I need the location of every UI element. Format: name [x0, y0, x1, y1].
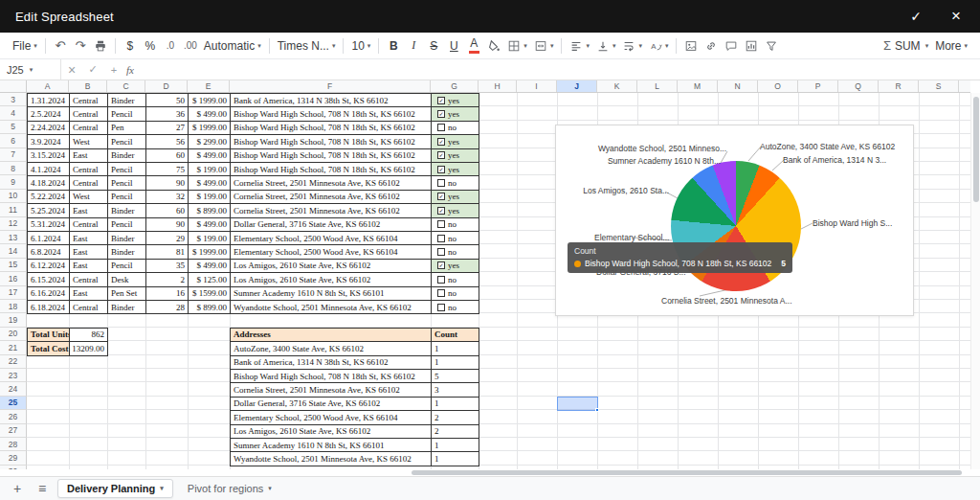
cell-C9[interactable]: Pencil	[107, 175, 146, 190]
cell-G21[interactable]: 1	[431, 341, 479, 355]
column-header-F[interactable]: F	[230, 80, 431, 92]
cell-B4[interactable]: Central	[69, 106, 108, 121]
count-header-cell[interactable]: Count	[431, 328, 479, 342]
cell-B9[interactable]: Central	[69, 175, 108, 190]
cell-A10[interactable]: 5.22.2024	[27, 190, 70, 204]
cell-A8[interactable]: 4.1.2024	[27, 162, 70, 176]
cell-F11[interactable]: Cornelia Street, 2501 Minnesota Ave, KS …	[230, 203, 432, 217]
addresses-header-cell[interactable]: Addresses	[230, 328, 432, 342]
cell-A15[interactable]: 6.12.2024	[27, 259, 70, 273]
column-header-Q[interactable]: Q	[838, 80, 879, 92]
cell-D10[interactable]: 32	[145, 190, 189, 204]
cell-F22[interactable]: Bank of America, 1314 N 38th St, KS 6610…	[230, 355, 432, 370]
cell-A11[interactable]: 5.25.2024	[27, 203, 70, 217]
checkbox-unchecked-icon[interactable]	[437, 220, 445, 228]
row-header-29[interactable]: 29	[0, 451, 27, 465]
currency-format-button[interactable]: $	[121, 35, 140, 57]
cell-B10[interactable]: West	[69, 190, 108, 204]
row-header-22[interactable]: 22	[0, 355, 27, 369]
row-header-17[interactable]: 17	[0, 286, 27, 300]
row-header-3[interactable]: 3	[0, 93, 27, 106]
row-header-12[interactable]: 12	[0, 217, 27, 231]
checkbox-checked-icon[interactable]: ✓	[437, 166, 445, 173]
cell-C6[interactable]: Pencil	[107, 134, 146, 148]
cell-C17[interactable]: Pen Set	[107, 286, 146, 301]
cell-F12[interactable]: Dollar General, 3716 State Ave, KS 66102	[230, 217, 432, 232]
cell-C4[interactable]: Pencil	[107, 106, 146, 121]
cell-E10[interactable]: $ 199.00	[188, 190, 231, 204]
cell-D16[interactable]: 2	[145, 272, 189, 286]
cell-B6[interactable]: West	[69, 134, 108, 148]
total-value-cell-B21[interactable]: $ 13209.00	[69, 341, 108, 355]
cell-B11[interactable]: East	[69, 203, 108, 217]
add-sheet-button[interactable]: +	[8, 481, 27, 496]
text-wrap-button[interactable]: ▾	[619, 35, 645, 57]
row-header-24[interactable]: 24	[0, 382, 27, 396]
cell-E15[interactable]: $ 499.00	[188, 259, 231, 273]
row-header-9[interactable]: 9	[0, 175, 27, 189]
row-header-14[interactable]: 14	[0, 244, 27, 258]
text-rotation-button[interactable]: A▾	[646, 35, 672, 57]
cell-C10[interactable]: Pencil	[107, 190, 146, 204]
cell-G27[interactable]: 2	[431, 424, 479, 439]
checkbox-unchecked-icon[interactable]	[437, 289, 445, 297]
cell-D7[interactable]: 60	[145, 148, 189, 163]
checkbox-checked-icon[interactable]: ✓	[437, 193, 445, 200]
print-button[interactable]	[91, 35, 110, 57]
more-menu-button[interactable]: More▾	[932, 35, 970, 57]
cell-A9[interactable]: 4.18.2024	[27, 175, 70, 190]
cell-D18[interactable]: 28	[145, 300, 189, 314]
checkbox-checked-icon[interactable]: ✓	[437, 138, 445, 146]
cell-C5[interactable]: Pen	[107, 121, 146, 135]
cell-C11[interactable]: Binder	[107, 203, 146, 217]
tab-pivot-for-regions[interactable]: Pivot for regions▾	[179, 480, 280, 497]
cell-E3[interactable]: $ 1999.00	[188, 93, 231, 107]
cell-A18[interactable]: 6.18.2024	[27, 300, 70, 314]
cell-G23[interactable]: 5	[431, 369, 479, 383]
cell-E7[interactable]: $ 499.00	[188, 148, 231, 163]
cell-F29[interactable]: Wyandotte School, 2501 Minnesota Ave, KS…	[230, 451, 432, 466]
cell-C8[interactable]: Pencil	[107, 162, 146, 176]
close-icon[interactable]: ×	[947, 10, 965, 23]
text-color-button[interactable]: A	[464, 35, 483, 57]
insert-image-button[interactable]	[681, 35, 701, 57]
cell-C16[interactable]: Desk	[107, 272, 146, 286]
cell-F7[interactable]: Bishop Ward High School, 708 N 18th St, …	[230, 148, 432, 163]
select-all-corner[interactable]	[0, 80, 27, 93]
checkbox-unchecked-icon[interactable]	[437, 248, 445, 256]
row-header-8[interactable]: 8	[0, 162, 27, 175]
column-header-S[interactable]: S	[919, 80, 959, 92]
cell-F5[interactable]: Bishop Ward High School, 708 N 18th St, …	[230, 121, 432, 135]
cell-D11[interactable]: 60	[145, 203, 189, 217]
column-header-O[interactable]: O	[758, 80, 798, 92]
cell-A6[interactable]: 3.9.2024	[27, 134, 70, 148]
horizontal-align-button[interactable]: ▾	[567, 35, 592, 57]
file-menu-button[interactable]: File▾	[10, 35, 40, 57]
cell-D8[interactable]: 75	[145, 162, 189, 176]
cell-D9[interactable]: 90	[145, 175, 189, 190]
cell-F28[interactable]: Sumner Academy 1610 N 8th St, KS 66101	[230, 438, 432, 452]
column-header-C[interactable]: C	[107, 80, 145, 92]
checkbox-cell-G17[interactable]: no	[431, 286, 479, 301]
row-header-15[interactable]: 15	[0, 259, 27, 272]
row-header-26[interactable]: 26	[0, 410, 27, 423]
cell-F8[interactable]: Bishop Ward High School, 708 N 18th St, …	[230, 162, 432, 176]
cell-B12[interactable]: Central	[69, 217, 108, 232]
checkbox-unchecked-icon[interactable]	[437, 235, 445, 242]
cell-F14[interactable]: Elementary School, 2500 Wood Ave, KS 661…	[230, 244, 432, 259]
checkbox-checked-icon[interactable]: ✓	[437, 261, 445, 269]
vertical-scrollbar-thumb[interactable]	[973, 97, 979, 202]
insert-link-button[interactable]	[702, 35, 721, 57]
cell-F16[interactable]: Los Amigos, 2610 State Ave, KS 66102	[230, 272, 432, 286]
cell-F4[interactable]: Bishop Ward High School, 708 N 18th St, …	[230, 106, 432, 121]
column-header-M[interactable]: M	[678, 80, 718, 92]
checkbox-cell-G4[interactable]: ✓yes	[431, 106, 479, 121]
underline-button[interactable]: U	[444, 35, 463, 57]
cell-F6[interactable]: Bishop Ward High School, 708 N 18th St, …	[230, 134, 432, 148]
checkbox-cell-G12[interactable]: no	[431, 217, 479, 232]
merge-cells-button[interactable]: ▾	[531, 35, 557, 57]
checkbox-checked-icon[interactable]: ✓	[437, 97, 445, 104]
row-header-13[interactable]: 13	[0, 231, 27, 244]
cell-A12[interactable]: 5.31.2024	[27, 217, 70, 232]
checkbox-cell-G9[interactable]: no	[431, 175, 479, 190]
